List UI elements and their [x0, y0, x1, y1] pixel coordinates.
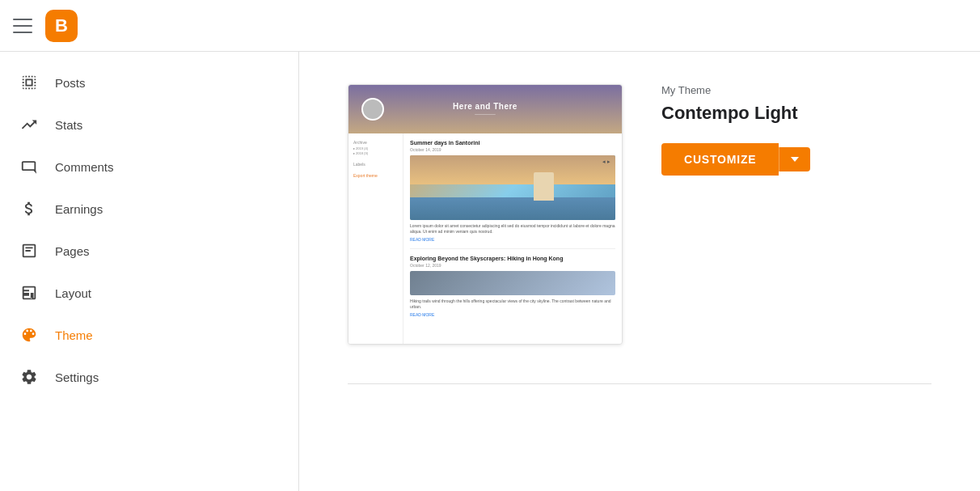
labels-label: Labels	[353, 162, 398, 167]
customize-button[interactable]: CUSTOMIZE	[661, 143, 779, 176]
customize-dropdown-button[interactable]	[779, 147, 810, 171]
pages-icon	[19, 241, 39, 260]
post1-image: ◂ ▸	[410, 155, 615, 220]
post2-title: Exploring Beyond the Skyscrapers: Hiking…	[410, 256, 615, 261]
blog-header: Here and There ──────	[348, 85, 622, 133]
post1-title: Summer days in Santorini	[410, 140, 615, 146]
post-nav: ◂ ▸	[602, 159, 610, 165]
blog-title: Here and There	[453, 102, 517, 111]
my-theme-label: My Theme	[661, 84, 931, 96]
blog-body: Archive ▸ 2019 (4) ▸ 2018 (9) Labels Exp…	[348, 133, 622, 344]
theme-section: Here and There ────── Archive ▸ 2019 (4)…	[348, 84, 931, 345]
post2-text: Hiking trails wind through the hills off…	[410, 298, 615, 310]
content-divider	[348, 383, 931, 384]
sidebar-item-earnings-label: Earnings	[55, 202, 103, 216]
theme-info: My Theme Contempo Light CUSTOMIZE	[661, 84, 931, 176]
sidebar-item-earnings[interactable]: Earnings	[0, 188, 298, 230]
export-link: Export theme	[353, 173, 398, 178]
stats-icon	[19, 115, 39, 134]
sidebar-item-theme[interactable]: Theme	[0, 314, 298, 356]
blog-subtitle: ──────	[453, 112, 517, 116]
sidebar-item-comments-label: Comments	[55, 160, 114, 174]
sidebar-item-pages-label: Pages	[55, 244, 90, 258]
earnings-icon	[19, 199, 39, 218]
post2-readmore: READ MORE	[410, 312, 615, 317]
sidebar-item-layout-label: Layout	[55, 286, 91, 300]
blog-sidebar-mini: Archive ▸ 2019 (4) ▸ 2018 (9) Labels Exp…	[348, 133, 403, 344]
sidebar-item-theme-label: Theme	[55, 328, 93, 342]
sidebar-item-posts-label: Posts	[55, 76, 86, 90]
main-content: Here and There ────── Archive ▸ 2019 (4)…	[299, 52, 980, 491]
post1-readmore: READ MORE	[410, 237, 615, 242]
sidebar-item-stats[interactable]: Stats	[0, 104, 298, 146]
blogger-logo: B	[45, 10, 78, 42]
archive-label: Archive	[353, 140, 398, 145]
customize-row: CUSTOMIZE	[661, 143, 931, 176]
blog-post-2: Exploring Beyond the Skyscrapers: Hiking…	[410, 256, 615, 317]
sidebar-item-settings-label: Settings	[55, 370, 99, 384]
comments-icon	[19, 157, 39, 176]
post2-date: October 12, 2019	[410, 263, 615, 268]
preview-inner: Here and There ────── Archive ▸ 2019 (4)…	[348, 85, 622, 344]
blog-post-1: Summer days in Santorini October 14, 201…	[410, 140, 615, 242]
sidebar-item-settings[interactable]: Settings	[0, 356, 298, 398]
post1-date: October 14, 2019	[410, 147, 615, 152]
sidebar-item-pages[interactable]: Pages	[0, 230, 298, 272]
sidebar: Posts Stats Comments Earnings	[0, 52, 299, 491]
menu-icon[interactable]	[13, 16, 32, 36]
blog-avatar	[361, 98, 384, 121]
settings-icon	[19, 367, 39, 387]
topbar: B	[0, 0, 980, 52]
sidebar-item-stats-label: Stats	[55, 118, 82, 132]
chevron-down-icon	[791, 157, 799, 162]
theme-name: Contempo Light	[661, 103, 931, 124]
theme-icon	[19, 325, 39, 345]
sidebar-item-posts[interactable]: Posts	[0, 61, 298, 104]
blog-main-content: Summer days in Santorini October 14, 201…	[403, 133, 622, 344]
layout-icon	[19, 283, 39, 303]
theme-preview: Here and There ────── Archive ▸ 2019 (4)…	[348, 84, 623, 345]
sidebar-item-comments[interactable]: Comments	[0, 146, 298, 188]
post1-text: Lorem ipsum dolor sit amet consectetur a…	[410, 223, 615, 235]
sidebar-item-layout[interactable]: Layout	[0, 272, 298, 314]
post2-image	[410, 271, 615, 295]
posts-icon	[19, 73, 39, 92]
post-divider	[410, 248, 615, 249]
main-layout: Posts Stats Comments Earnings	[0, 52, 980, 491]
